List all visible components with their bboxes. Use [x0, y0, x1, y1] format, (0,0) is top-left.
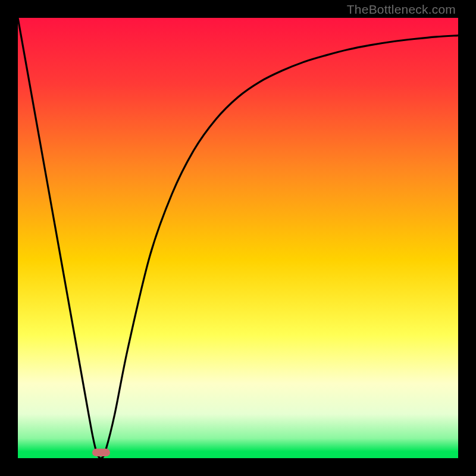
- bottleneck-curve: [18, 18, 458, 458]
- optimal-marker: [92, 449, 110, 456]
- chart-frame: [18, 18, 458, 458]
- watermark-text: TheBottleneck.com: [347, 2, 456, 17]
